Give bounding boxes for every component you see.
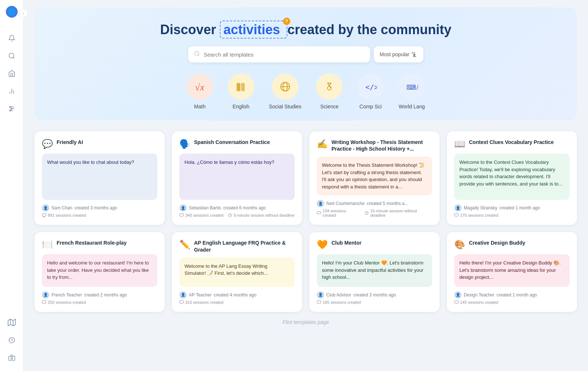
card-author: 👤 AP Teacher created 4 months ago [179, 291, 295, 299]
card-header: 🍽️ French Restaurant Role-play [42, 239, 157, 250]
card-stats: 310 sessions created [179, 300, 295, 305]
category-math[interactable]: √x Math [187, 73, 213, 109]
avatar: 👤 [179, 291, 187, 299]
avatar: 👤 [42, 204, 49, 212]
search-icon [194, 51, 200, 58]
card-title: AP English Language FRQ Practice & Grade… [194, 239, 295, 253]
svg-rect-41 [317, 212, 321, 214]
card-meta: 👤 Sebastian Bartis created 6 months ago … [179, 204, 295, 217]
card-creative-design[interactable]: 🎨 Creative Design Buddy Hello there! I'm… [447, 232, 577, 311]
card-preview: Hello there! I'm your Creative Design Bu… [454, 254, 570, 287]
card-sessions: 250 sessions created [42, 300, 86, 305]
svg-line-18 [198, 55, 199, 56]
category-social[interactable]: Social Studies [269, 73, 302, 109]
category-science-label: Science [320, 104, 338, 109]
card-icon: 🗣️ [179, 139, 190, 149]
svg-rect-24 [237, 83, 240, 91]
card-header: ✍️ Writing Workshop - Thesis Statement P… [317, 139, 432, 152]
card-meta: 👤 Sam Chan created 3 months ago 891 sess… [42, 204, 157, 217]
svg-point-10 [10, 110, 11, 111]
card-stats: 145 sessions created [454, 300, 570, 305]
sidebar-collapse-button[interactable]: › [19, 9, 28, 18]
avatar: 👤 [454, 204, 462, 212]
hero-title-after: created by the community [287, 22, 451, 37]
category-math-icon: √x [187, 73, 213, 100]
card-ap-english[interactable]: ✏️ AP English Language FRQ Practice & Gr… [172, 232, 302, 311]
hero-title-before: Discover [160, 22, 220, 37]
card-spanish-conv[interactable]: 🗣️ Spanish Conversation Practice Hola, ¿… [172, 132, 302, 225]
card-club-mentor[interactable]: 🧡 Club Mentor Hello! I'm your Club Mento… [309, 232, 440, 311]
card-title: Friendly AI [57, 139, 83, 145]
card-meta: 👤 Magally Stransky created 1 month ago 1… [454, 204, 570, 217]
sidebar-item-timer[interactable] [4, 333, 19, 347]
svg-point-8 [10, 106, 11, 107]
avatar: 👤 [317, 291, 324, 299]
avatar: 👤 [454, 291, 462, 299]
sort-button[interactable]: Most popular [374, 46, 423, 62]
category-english-icon [228, 73, 254, 100]
svg-rect-36 [42, 214, 46, 216]
sidebar-item-search[interactable] [4, 48, 19, 63]
card-stats: 194 sessions created 15-minute session w… [317, 209, 432, 217]
card-friendly-ai[interactable]: 💬 Friendly AI What would you like to cha… [35, 132, 165, 225]
card-title: Spanish Conversation Practice [194, 139, 270, 145]
sidebar-item-cube[interactable] [4, 315, 19, 330]
cards-grid: 💬 Friendly AI What would you like to cha… [35, 132, 577, 312]
category-social-label: Social Studies [269, 104, 302, 109]
svg-rect-45 [180, 300, 183, 303]
card-icon: 🧡 [317, 239, 328, 250]
category-comp-sci[interactable]: </> Comp Sci [357, 73, 384, 109]
svg-rect-44 [42, 300, 46, 303]
card-duration: 5-minute session without deadline [228, 213, 295, 217]
svg-point-0 [9, 53, 14, 58]
footer-label: Flint templates page [283, 319, 329, 325]
card-header: 📖 Context Clues Vocabulary Practice [454, 139, 570, 149]
sidebar-item-settings[interactable] [4, 101, 19, 116]
category-world-lang-icon: ⌨A [398, 73, 425, 100]
card-sessions: 170 sessions created [454, 213, 498, 217]
card-preview: Hello! I'm your Club Mentor 🧡. Let's bra… [317, 254, 432, 287]
category-science[interactable]: Science [316, 73, 343, 109]
svg-rect-47 [455, 300, 458, 303]
card-french-restaurant[interactable]: 🍽️ French Restaurant Role-play Hello and… [35, 232, 165, 311]
svg-rect-39 [180, 214, 183, 216]
sidebar-item-analytics[interactable] [4, 84, 19, 98]
card-header: 🧡 Club Mentor [317, 239, 432, 250]
card-header: 💬 Friendly AI [42, 139, 157, 149]
card-author: 👤 Ned Courtemanche created 5 months a... [317, 200, 432, 207]
help-badge[interactable]: ? [283, 18, 290, 25]
sidebar-item-camera[interactable] [4, 350, 19, 365]
svg-line-1 [13, 57, 14, 59]
hero-title-highlight: activities ? [220, 21, 287, 39]
svg-text:</>: </> [365, 83, 377, 91]
card-writing-workshop[interactable]: ✍️ Writing Workshop - Thesis Statement P… [309, 132, 440, 225]
card-author: 👤 Sebastian Bartis created 6 months ago [179, 204, 295, 212]
category-social-icon [272, 73, 298, 100]
avatar: 👤 [317, 200, 324, 207]
category-english[interactable]: English [228, 73, 254, 109]
svg-rect-15 [8, 356, 15, 361]
card-preview: Hola, ¿Cómo te llamas y cómo estás hoy? [179, 154, 295, 200]
search-container: Most popular [188, 46, 423, 62]
card-context-clues[interactable]: 📖 Context Clues Vocabulary Practice Welc… [447, 132, 577, 225]
svg-point-33 [330, 87, 331, 88]
sidebar-item-home[interactable] [4, 66, 19, 81]
card-author: 👤 French Teacher created 2 months ago [42, 291, 157, 299]
category-world-lang[interactable]: ⌨A World Lang [398, 73, 425, 109]
category-comp-sci-icon: </> [357, 73, 384, 100]
svg-point-9 [11, 108, 12, 109]
card-title: Creative Design Buddy [469, 239, 525, 246]
svg-rect-43 [455, 214, 458, 216]
svg-rect-46 [317, 300, 321, 303]
card-sessions: 891 sessions created [42, 213, 86, 217]
card-preview: Hello and welcome to our restaurant! I'm… [42, 254, 157, 287]
svg-line-31 [329, 83, 331, 86]
avatar: 👤 [42, 291, 49, 299]
search-input[interactable] [204, 51, 364, 58]
sidebar-item-globe[interactable]: 🌐 [6, 6, 18, 18]
card-sessions: 194 sessions created [317, 209, 360, 217]
card-stats: 891 sessions created [42, 213, 157, 217]
card-meta: 👤 Club Advisor created 3 months ago 185 … [317, 291, 432, 305]
footer: Flint templates page [35, 312, 577, 332]
sidebar-item-notifications[interactable] [4, 31, 19, 46]
